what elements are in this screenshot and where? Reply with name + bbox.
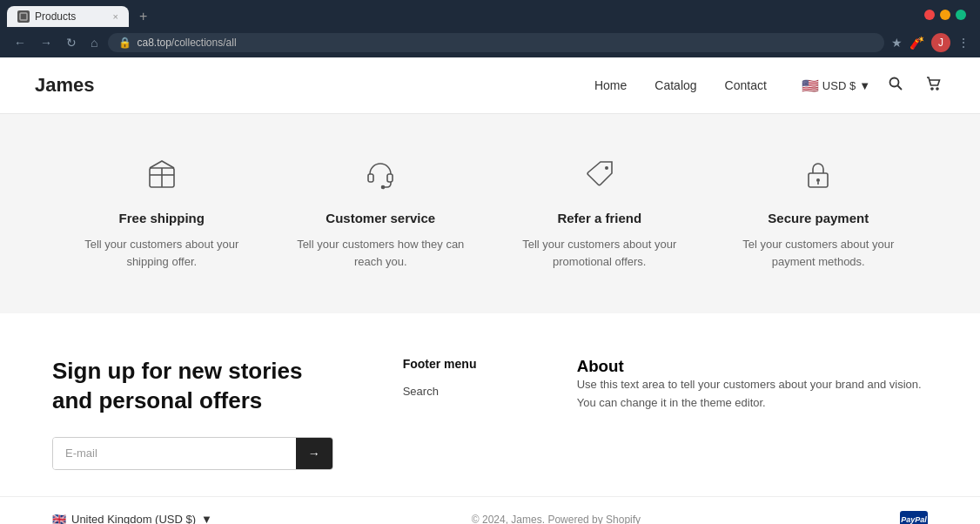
svg-point-1 bbox=[890, 77, 899, 86]
feature-desc-service: Tell your customers how they can reach y… bbox=[285, 236, 476, 270]
svg-point-10 bbox=[382, 186, 385, 189]
locale-selector[interactable]: 🇬🇧 United Kingdom (USD $) ▼ bbox=[52, 513, 212, 524]
svg-rect-0 bbox=[20, 13, 27, 20]
tab-label: Products bbox=[35, 10, 108, 23]
address-bar[interactable]: 🔒 ca8.top/collections/all bbox=[108, 33, 884, 52]
email-input[interactable] bbox=[53, 438, 296, 469]
cart-icon bbox=[924, 75, 942, 92]
window-minimize-button[interactable] bbox=[940, 10, 950, 20]
footer-signup: Sign up for new stories and personal off… bbox=[52, 357, 333, 470]
address-lock-icon: 🔒 bbox=[118, 37, 131, 49]
feature-desc-refer: Tell your customers about your promotion… bbox=[504, 236, 695, 270]
tab-favicon bbox=[17, 10, 30, 23]
svg-point-3 bbox=[931, 88, 933, 90]
footer-link-search[interactable]: Search bbox=[403, 385, 507, 398]
features-section: Free shipping Tell your customers about … bbox=[0, 114, 980, 313]
feature-free-shipping: Free shipping Tell your customers about … bbox=[66, 158, 258, 270]
locale-flag-icon: 🇬🇧 bbox=[52, 513, 66, 524]
feature-desc-payment: Tel your customers about your payment me… bbox=[722, 236, 914, 270]
svg-point-13 bbox=[816, 178, 820, 182]
footer-bottom: 🇬🇧 United Kingdom (USD $) ▼ © 2024, Jame… bbox=[0, 496, 980, 524]
svg-point-11 bbox=[605, 166, 608, 170]
currency-flag: 🇺🇸 bbox=[802, 77, 819, 94]
footer-about-col: About Use this text area to tell your cu… bbox=[577, 357, 928, 470]
extensions-button[interactable]: 🧨 bbox=[910, 36, 924, 50]
locale-chevron-icon: ▼ bbox=[201, 513, 212, 524]
footer-about-heading: About bbox=[577, 357, 928, 376]
site-nav: Home Catalog Contact bbox=[594, 78, 767, 92]
new-tab-button[interactable]: + bbox=[132, 5, 154, 28]
svg-rect-8 bbox=[368, 174, 373, 182]
nav-catalog[interactable]: Catalog bbox=[654, 78, 696, 92]
search-icon bbox=[888, 76, 903, 91]
email-form: → bbox=[52, 437, 333, 470]
cart-button[interactable] bbox=[921, 71, 945, 100]
feature-title-payment: Secure payment bbox=[768, 211, 869, 225]
feature-refer-friend: Refer a friend Tell your customers about… bbox=[504, 158, 695, 270]
forward-button[interactable]: → bbox=[37, 34, 56, 51]
site-header: James Home Catalog Contact 🇺🇸 USD $ ▼ bbox=[0, 57, 980, 114]
feature-customer-service: Customer service Tell your customers how… bbox=[285, 158, 476, 270]
home-button[interactable]: ⌂ bbox=[87, 34, 101, 51]
paypal-icon: PayPal bbox=[900, 511, 928, 524]
locale-label: United Kingdom (USD $) bbox=[71, 513, 196, 524]
nav-contact[interactable]: Contact bbox=[725, 78, 767, 92]
profile-button[interactable]: J bbox=[931, 33, 950, 52]
currency-selector[interactable]: 🇺🇸 USD $ ▼ bbox=[802, 77, 870, 94]
footer-menu-heading: Footer menu bbox=[403, 357, 507, 371]
search-button[interactable] bbox=[884, 72, 907, 99]
box-icon bbox=[145, 158, 178, 197]
footer-menu-col: Footer menu Search bbox=[403, 357, 507, 470]
signup-heading: Sign up for new stories and personal off… bbox=[52, 357, 333, 416]
window-maximize-button[interactable] bbox=[956, 10, 966, 20]
address-text: ca8.top/collections/all bbox=[137, 37, 874, 49]
feature-desc-shipping: Tell your customers about your shipping … bbox=[66, 236, 258, 270]
address-bar-row: ← → ↻ ⌂ 🔒 ca8.top/collections/all ★ 🧨 J … bbox=[0, 28, 980, 57]
tag-icon bbox=[583, 158, 616, 197]
footer-main: Sign up for new stories and personal off… bbox=[0, 313, 980, 496]
footer-about-text: Use this text area to tell your customer… bbox=[577, 376, 928, 413]
bookmark-button[interactable]: ★ bbox=[891, 36, 903, 50]
feature-title-refer: Refer a friend bbox=[557, 211, 641, 225]
header-actions: 🇺🇸 USD $ ▼ bbox=[802, 71, 945, 100]
svg-rect-9 bbox=[387, 174, 393, 182]
lock-icon bbox=[802, 158, 835, 197]
back-button[interactable]: ← bbox=[10, 34, 30, 51]
feature-title-shipping: Free shipping bbox=[119, 211, 205, 225]
currency-label: USD $ bbox=[822, 79, 856, 92]
currency-chevron-icon: ▼ bbox=[859, 79, 870, 92]
menu-button[interactable]: ⋮ bbox=[957, 36, 970, 50]
reload-button[interactable]: ↻ bbox=[63, 34, 80, 51]
footer: Sign up for new stories and personal off… bbox=[0, 313, 980, 524]
paypal-text: PayPal bbox=[901, 515, 927, 524]
site-logo: James bbox=[35, 74, 594, 97]
address-prefix: ca8.top bbox=[137, 37, 171, 49]
tab-close-button[interactable]: × bbox=[113, 11, 118, 22]
footer-copyright: © 2024, James. Powered by Shopify bbox=[472, 514, 641, 524]
feature-title-service: Customer service bbox=[326, 211, 435, 225]
feature-secure-payment: Secure payment Tel your customers about … bbox=[722, 158, 914, 270]
page-content: James Home Catalog Contact 🇺🇸 USD $ ▼ bbox=[0, 57, 980, 524]
address-path: /collections/all bbox=[171, 37, 237, 49]
svg-point-4 bbox=[936, 88, 938, 90]
email-submit-button[interactable]: → bbox=[296, 438, 332, 469]
browser-chrome: Products × + ← → ↻ ⌂ 🔒 ca8.top/collectio… bbox=[0, 0, 980, 57]
browser-tab-products[interactable]: Products × bbox=[7, 6, 129, 27]
window-close-button[interactable] bbox=[924, 10, 935, 20]
headset-icon bbox=[364, 158, 397, 197]
svg-line-2 bbox=[898, 85, 903, 90]
nav-home[interactable]: Home bbox=[594, 78, 627, 92]
